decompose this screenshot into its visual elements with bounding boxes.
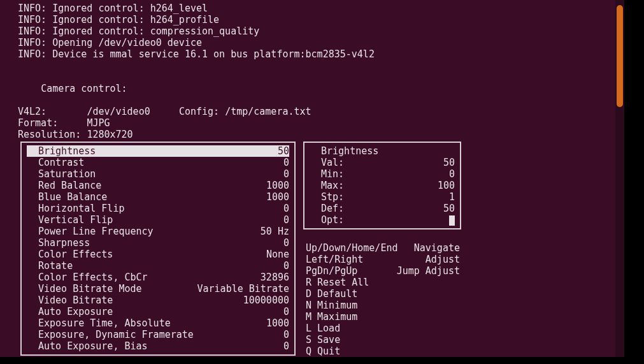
detail-row: Def:50 xyxy=(310,203,455,214)
control-value: 0 xyxy=(283,168,289,180)
control-row[interactable]: Auto Exposure0 xyxy=(27,306,289,317)
help-command-text: L Load xyxy=(306,323,340,334)
control-row[interactable]: Saturation0 xyxy=(27,168,289,180)
control-row[interactable]: Exposure Time, Absolute1000 xyxy=(27,317,289,329)
camera-control-title: Camera control: xyxy=(41,83,127,94)
control-value: None xyxy=(266,249,289,260)
control-value: 0 xyxy=(283,214,289,226)
control-row[interactable]: Horizontal Flip0 xyxy=(27,203,289,214)
detail-value: 1 xyxy=(449,191,455,203)
control-row[interactable]: Color Effects, CbCr32896 xyxy=(27,272,289,283)
scrollbar-thumb[interactable] xyxy=(617,5,623,107)
control-value: 1000 xyxy=(266,180,289,191)
control-name: Red Balance xyxy=(27,180,101,191)
help-key: Left/Right xyxy=(306,254,363,265)
detail-title: Brightness xyxy=(310,145,455,157)
help-line: Left/RightAdjust xyxy=(306,254,460,265)
detail-row: Opt: xyxy=(310,214,455,226)
help-command: N Minimum xyxy=(306,300,460,311)
control-name: Brightness xyxy=(27,145,96,157)
controls-list[interactable]: Brightness50Contrast0Saturation0Red Bala… xyxy=(20,142,296,356)
detail-key: Stp: xyxy=(310,191,344,203)
help-line: Up/Down/Home/EndNavigate xyxy=(306,242,460,254)
detail-value: 50 xyxy=(443,203,455,214)
control-row[interactable]: Rotate0 xyxy=(27,260,289,272)
detail-row: Val:50 xyxy=(310,157,455,168)
config-value: /tmp/camera.txt xyxy=(225,106,311,117)
help-command: R Reset All xyxy=(306,277,460,288)
help-command-text: Q Quit xyxy=(306,346,340,357)
control-value: 0 xyxy=(283,203,289,214)
log-line: INFO: Ignored control: h264_level xyxy=(0,3,624,14)
help-text: Up/Down/Home/EndNavigateLeft/RightAdjust… xyxy=(306,242,460,357)
control-value: 0 xyxy=(283,340,289,352)
help-command-text: S Save xyxy=(306,334,340,346)
control-name: Rotate xyxy=(27,260,73,272)
help-action: Jump Adjust xyxy=(397,265,460,277)
control-value: 50 Hz xyxy=(261,226,289,237)
res-label: Resolution: xyxy=(18,129,81,140)
control-value: 10000000 xyxy=(243,295,289,306)
help-action: Adjust xyxy=(426,254,460,265)
control-name: Auto Exposure, Bias xyxy=(27,340,148,352)
scrollbar[interactable] xyxy=(615,0,624,357)
control-row[interactable]: Sharpness0 xyxy=(27,237,289,249)
help-key: Up/Down/Home/End xyxy=(306,242,398,254)
control-value: 0 xyxy=(283,237,289,249)
control-row[interactable]: Video Bitrate ModeVariable Bitrate xyxy=(27,283,289,295)
control-row[interactable]: Video Bitrate10000000 xyxy=(27,295,289,306)
help-command: S Save xyxy=(306,334,460,346)
control-value: 0 xyxy=(283,157,289,168)
help-command-text: R Reset All xyxy=(306,277,369,288)
control-value: 50 xyxy=(278,145,289,157)
control-detail: BrightnessVal:50Min:0Max:100Stp:1Def:50O… xyxy=(303,142,461,229)
control-value: 0 xyxy=(283,329,289,340)
help-action: Navigate xyxy=(414,242,460,254)
v4l2-value: /dev/video0 xyxy=(87,106,150,117)
control-name: Horizontal Flip xyxy=(27,203,124,214)
control-row[interactable]: Exposure, Dynamic Framerate0 xyxy=(27,329,289,340)
help-command-text: D Default xyxy=(306,288,357,300)
control-row[interactable]: Blue Balance1000 xyxy=(27,191,289,203)
log-line: INFO: Opening /dev/video0 device xyxy=(0,37,624,48)
res-value: 1280x720 xyxy=(87,129,132,140)
format-label: Format: xyxy=(18,117,58,129)
control-row[interactable]: Red Balance1000 xyxy=(27,180,289,191)
control-name: Blue Balance xyxy=(27,191,107,203)
format-value: MJPG xyxy=(87,117,110,129)
control-name: Vertical Flip xyxy=(27,214,113,226)
header-format: Format: MJPG xyxy=(0,117,624,129)
config-label: Config: xyxy=(179,106,219,117)
help-command-text: M Maximum xyxy=(306,311,357,323)
control-name: Color Effects xyxy=(27,249,113,260)
control-name: Color Effects, CbCr xyxy=(27,272,148,283)
control-row[interactable]: Brightness50 xyxy=(27,145,289,157)
header-title: Camera control: xyxy=(0,71,624,106)
control-name: Saturation xyxy=(27,168,96,180)
help-command: D Default xyxy=(306,288,460,300)
control-row[interactable]: Color EffectsNone xyxy=(27,249,289,260)
detail-key: Opt: xyxy=(310,214,344,226)
detail-key: Val: xyxy=(310,157,344,168)
control-value: Variable Bitrate xyxy=(197,283,290,295)
control-row[interactable]: Auto Exposure, Bias0 xyxy=(27,340,289,352)
v4l2-label: V4L2: xyxy=(18,106,47,117)
control-name: Power Line Frequency xyxy=(27,226,154,237)
control-name: Exposure Time, Absolute xyxy=(27,317,171,329)
control-value: 0 xyxy=(283,306,289,317)
help-command: Q Quit xyxy=(306,346,460,357)
control-value: 1000 xyxy=(266,317,289,329)
control-value: 32896 xyxy=(261,272,289,283)
control-row[interactable]: Contrast0 xyxy=(27,157,289,168)
control-name: Exposure, Dynamic Framerate xyxy=(27,329,194,340)
control-name: Video Bitrate Mode xyxy=(27,283,142,295)
detail-row: Stp:1 xyxy=(310,191,455,203)
detail-row: Max:100 xyxy=(310,180,455,191)
control-value: 1000 xyxy=(266,191,289,203)
detail-title-text: Brightness xyxy=(310,145,378,157)
log-line: INFO: Ignored control: h264_profile xyxy=(0,14,624,25)
control-row[interactable]: Power Line Frequency50 Hz xyxy=(27,226,289,237)
help-command-text: N Minimum xyxy=(306,300,357,311)
log-output: INFO: Ignored control: h264_levelINFO: I… xyxy=(0,3,624,60)
control-row[interactable]: Vertical Flip0 xyxy=(27,214,289,226)
